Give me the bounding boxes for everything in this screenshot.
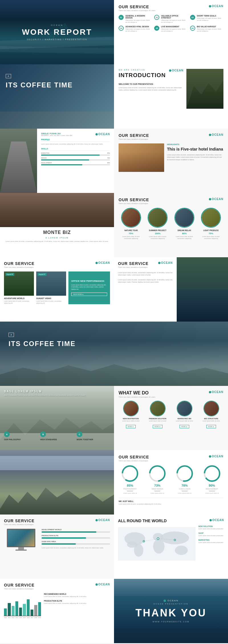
profile-date: MEMBER: John Jay Bill | Lorem John Bill [41,135,72,136]
service-text-5: LIVE MANAGEMENT Ullamcorper nisl augue s… [161,26,188,32]
brand-logo-1: OCEAN [209,5,223,8]
what-card-3: MARKETING 365 Lorem ipsum dolor sit amet… [172,401,197,428]
slide-our-service-5: OUR SERVICE There are many variations of… [114,257,228,322]
intro-text: Lorem ipsum dolor sit amet, consectetur … [119,87,184,91]
svg-point-21 [174,540,176,541]
donut-text-4: Lorem ipsum dolor sit [200,492,223,494]
what-card-text-4: Lorem ipsum dolor sit amet [199,420,223,422]
what-card-text-3: Lorem ipsum dolor sit amet [172,420,197,422]
service4-card-1: August 05 ADVENTURE WORLD Lorem ipsum do… [4,271,34,304]
row-8: OUR SERVICE There are many variations of… [0,450,228,515]
philosophy-1: A OUR PHILOSOPHY Lorem ipsum dolor sit a… [4,431,37,446]
service-text-1: GENERAL & MODERN DESIGN Ullamcorper nisl… [125,15,152,23]
donut-pct-2: 73% [146,484,169,487]
profile-image [0,129,37,193]
what-subtitle: There are many variations of passages of… [119,396,155,398]
service5-content: Lorem ipsum dolor sit amet, consectetur … [118,271,173,283]
brand-logo-profile: OCEAN [95,133,110,139]
bar-7 [27,599,30,616]
service3-circle-1 [121,208,141,228]
service-header-charts: OUR SERVICE There are many variations of… [4,583,110,590]
philosophy-title-3: WORK TOGETHER [77,439,110,441]
what-circle-2 [150,401,166,416]
chart-label-7: 2016 [27,617,30,618]
philosophy-text-3: Lorem ipsum dolor sit amet, consectetur … [77,441,110,446]
bar-5 [19,608,22,616]
service5-left: OUR SERVICE There are many variations of… [114,257,177,322]
service3-card-3: DREAM RELAX 80% Lorem ipsum dolor sit am… [172,208,197,240]
chart-label-8: 2017 [30,617,33,618]
philosophy-num-3: C [77,431,82,437]
world-side-label-2: SHOP [198,532,224,534]
slide-world: ALL ROUND THE WORLD OCEAN [114,515,228,579]
thankyou-title: THANK YOU [135,607,206,619]
thankyou-label: OCEAN PRESENTATION [154,603,189,605]
what-card-btn-2[interactable]: MORE ► [153,425,162,428]
profile-section-1: PROFILE [41,139,110,142]
donut-charts: 85% PHOTOGRAPHY Lorem ipsum dolor sit 73… [119,465,223,494]
service-subtitle-1: There are many variations of passages of… [119,10,155,11]
donut-pct-1: 85% [119,484,142,487]
charts-right: RECOMMENDED WORLD Lorem ipsum dolor sit … [44,593,110,618]
donut-item-4: 90% MANAGEMENT Lorem ipsum dolor sit [200,465,223,494]
brand-top: OCEAN [22,24,92,26]
s4-title-2: SUNSET VIEWS [36,297,66,299]
what-card-btn-1[interactable]: MORE ► [126,425,135,428]
service-title-2: OUR SERVICE [119,133,149,138]
slide-our-service-4: OUR SERVICE There are many variations of… [0,257,114,322]
service-grid-1: 01 GENERAL & MODERN DESIGN Ullamcorper n… [119,15,223,32]
teal-box-btn[interactable]: READ MORE ► [71,293,107,296]
chart-stat-2: PRODUCTION ELITE Lorem ipsum dolor sit a… [44,600,110,604]
brand-logo-4: OCEAN [95,261,110,264]
what-card-btn-3[interactable]: MORE ► [180,425,189,428]
chart-label-9: 2018 [34,617,37,618]
highlights-big-title: This is Five-star hotel Indiana [167,147,223,151]
svg-point-13 [153,539,164,554]
bar-chart-area: 2010 2011 2012 2013 2014 2015 2016 2017 … [4,593,41,618]
chart-labels: 2010 2011 2012 2013 2014 2015 2016 2017 … [4,617,41,618]
service-item-3: 03 SHORT TERM GOALS Ullamcorper nisl aug… [190,15,223,23]
chart-axis [4,616,41,616]
philosophy-row: A OUR PHILOSOPHY Lorem ipsum dolor sit a… [4,429,110,446]
slide-coffee-2: A ITS COFFEE TIME [0,322,228,386]
service3-circle-4 [201,208,221,228]
mountain-decoration [186,80,223,109]
service-num-2: 02 [154,15,159,20]
world-side-text-2: Lorem ipsum dolor sit amet consectetur [198,535,224,537]
chart-label-10: 2019 [38,617,41,618]
skill-label-1: MARKETING85% [41,152,110,154]
chart-stat-title-1: RECOMMENDED WORLD [44,593,110,595]
comp-bar-3: OVER SITE AREA [42,541,110,545]
service4-teal-box: OFFICE NEW PERFORMANCE: Lorem ipsum dolo… [68,271,110,304]
service-item-4: 04 ADVANCED HTML DESIGN Ullamcorper nisl… [119,26,152,32]
slide-coffee-1: A ITS COFFEE TIME [0,64,114,129]
s3-text-1: Lorem ipsum dolor sit amet consectetur a… [119,236,144,240]
donut-label-4: MANAGEMENT [200,488,223,490]
world-map-area: NEW SOLUTION Lorem ipsum dolor sit amet … [118,525,224,562]
what-card-btn-4[interactable]: MORE ► [206,425,216,428]
profile-section-2: SKILLS [41,148,110,151]
philosophy-title-1: OUR PHILOSOPHY [4,439,37,441]
thankyou-content: OCEAN OCEAN PRESENTATION THANK YOU WWW.Y… [114,579,228,643]
bar-3 [12,606,15,616]
monitor-base [15,550,27,551]
coffee-title-2: ITS COFFEE TIME [9,340,219,348]
skill-label-2: DESIGN70% [41,157,110,159]
circle-inner-2 [148,209,167,227]
service-item-1: 01 GENERAL & MODERN DESIGN Ullamcorper n… [119,15,152,23]
service-subtitle-charts: There are many variations of passages [4,588,34,590]
brand-logo-what: OCEAN [209,390,223,398]
s3-text-4: Lorem ipsum dolor sit amet consectetur a… [199,236,224,240]
monte-image [0,193,114,227]
service-subtitle-5: There are many variations of passages [118,266,148,268]
service-num-6: 06 [190,26,195,31]
slide-our-service-1: OUR SERVICE There are many variations of… [114,0,228,64]
row-1: 志设网 OCEAN WORK REPORT SECURITY / MARKETI… [0,0,228,64]
intro-image [186,69,223,109]
donut-bottom-text: Lorem ipsum dolor sit amet, consectetur … [119,503,223,505]
bar-1 [4,608,7,616]
chart-label-4: 2013 [15,617,18,618]
row-7: Base Lorem Ipsum dolor Consectetur Carlo… [0,386,228,450]
donut-pct-3: 78% [173,484,196,487]
profile-content: SINGLE: PJOHN JAY MEMBER: John Jay Bill … [37,129,114,193]
